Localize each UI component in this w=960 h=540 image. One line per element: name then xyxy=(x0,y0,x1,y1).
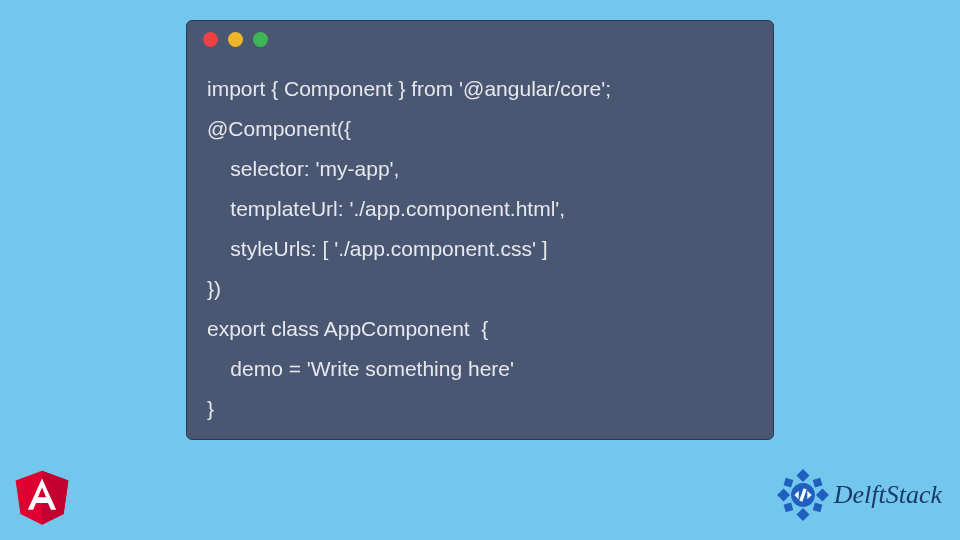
svg-marker-7 xyxy=(812,478,822,488)
code-line: @Component({ xyxy=(207,117,351,140)
code-line: demo = 'Write something here' xyxy=(207,357,514,380)
svg-marker-3 xyxy=(796,508,809,521)
angular-logo-icon xyxy=(12,464,76,528)
code-line: } xyxy=(207,397,214,420)
code-line: templateUrl: './app.component.html', xyxy=(207,197,565,220)
code-line: import { Component } from '@angular/core… xyxy=(207,77,611,100)
delftstack-logo: DelftStack xyxy=(776,468,942,522)
delftstack-text: DelftStack xyxy=(834,480,942,510)
code-line: selector: 'my-app', xyxy=(207,157,399,180)
code-line: }) xyxy=(207,277,221,300)
close-icon xyxy=(203,32,218,47)
svg-marker-6 xyxy=(783,478,793,488)
delftstack-icon xyxy=(776,468,830,522)
code-window: import { Component } from '@angular/core… xyxy=(186,20,774,440)
window-titlebar xyxy=(187,21,773,57)
code-line: styleUrls: [ './app.component.css' ] xyxy=(207,237,548,260)
code-block: import { Component } from '@angular/core… xyxy=(187,57,773,429)
code-line: export class AppComponent { xyxy=(207,317,488,340)
svg-marker-2 xyxy=(796,469,809,482)
svg-marker-8 xyxy=(783,503,793,513)
maximize-icon xyxy=(253,32,268,47)
svg-marker-9 xyxy=(812,503,822,513)
svg-marker-4 xyxy=(777,489,790,502)
svg-marker-5 xyxy=(816,489,829,502)
minimize-icon xyxy=(228,32,243,47)
